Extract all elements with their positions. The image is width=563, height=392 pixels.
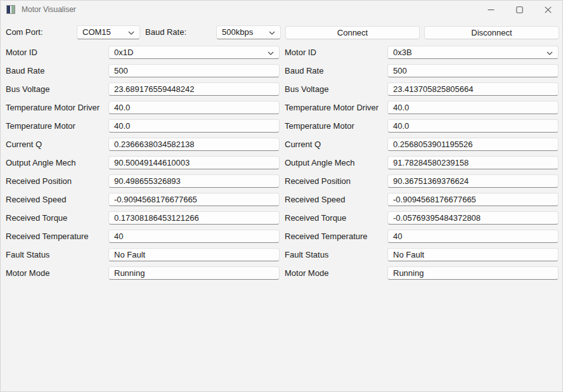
close-button[interactable] [534,1,562,18]
chevron-down-icon [547,51,553,55]
bus-voltage-field-left[interactable]: 23.689176559448242 [108,82,280,96]
maximize-icon [516,6,523,13]
label-received-temperature-left: Received Temperature [6,230,108,243]
baud-rate-select[interactable]: 500kbps [216,25,281,39]
received-position-field-left[interactable]: 90.498655326893 [108,174,280,188]
label-received-speed-right: Received Speed [280,193,387,206]
baud-rate-toolbar-label: Baud Rate: [145,25,186,39]
output-angle-field-left[interactable]: 90.50049144610003 [108,156,280,169]
chevron-down-icon [128,31,134,35]
label-output-angle-left: Output Angle Mech [6,156,108,169]
received-temperature-field-right[interactable]: 40 [387,230,559,243]
label-temp-motor-left: Temperature Motor [6,119,108,133]
label-bus-voltage-right: Bus Voltage [280,82,387,96]
label-fault-status-right: Fault Status [280,248,387,261]
label-received-torque-left: Received Torque [6,211,108,225]
label-current-q-right: Current Q [280,138,387,151]
close-icon [545,6,552,13]
motor-mode-field-left[interactable]: Running [108,266,280,280]
minimize-button[interactable] [477,1,505,18]
fault-status-field-left[interactable]: No Fault [108,248,280,261]
received-temperature-field-left[interactable]: 40 [108,230,280,243]
connect-button[interactable]: Connect [285,26,420,39]
motor-visualiser-window: { "window": { "title": "Motor Visualiser… [0,0,563,392]
chevron-down-icon [269,31,275,35]
window-title: Motor Visualiser [22,5,76,14]
motor-data-grid: Motor ID 0x1D Motor ID 0x3B Baud Rate 50… [1,46,559,280]
label-motor-mode-right: Motor Mode [280,266,387,280]
temp-motor-field-right[interactable]: 40.0 [387,119,559,133]
baud-rate-value: 500kbps [222,27,253,37]
bus-voltage-field-right[interactable]: 23.413705825805664 [387,82,559,96]
received-speed-field-left[interactable]: -0.9094568176677665 [108,193,280,206]
motor-mode-field-right[interactable]: Running [387,266,559,280]
baud-rate-field-left[interactable]: 500 [108,64,280,77]
label-received-position-left: Received Position [6,174,108,188]
label-motor-mode-left: Motor Mode [6,266,108,280]
motor-id-select-left[interactable]: 0x1D [108,46,280,59]
label-temp-motor-right: Temperature Motor [280,119,387,133]
disconnect-button[interactable]: Disconnect [424,26,559,39]
com-port-value: COM15 [82,27,111,37]
label-current-q-left: Current Q [6,138,108,151]
label-baud-rate-left: Baud Rate [6,64,108,77]
label-motor-id-left: Motor ID [6,46,108,59]
maximize-button[interactable] [505,1,534,18]
temp-motor-driver-field-left[interactable]: 40.0 [108,101,280,114]
title-bar: Motor Visualiser [1,1,562,18]
label-motor-id-right: Motor ID [280,46,387,59]
chevron-down-icon [268,51,274,55]
label-received-position-right: Received Position [280,174,387,188]
minimize-icon [488,6,495,13]
received-position-field-right[interactable]: 90.36751369376624 [387,174,559,188]
label-bus-voltage-left: Bus Voltage [6,82,108,96]
temp-motor-driver-field-right[interactable]: 40.0 [387,101,559,114]
label-received-temperature-right: Received Temperature [280,230,387,243]
com-port-select[interactable]: COM15 [77,25,140,39]
label-received-torque-right: Received Torque [280,211,387,225]
label-baud-rate-right: Baud Rate [280,64,387,77]
label-output-angle-right: Output Angle Mech [280,156,387,169]
baud-rate-field-right[interactable]: 500 [387,64,559,77]
received-torque-field-left[interactable]: 0.17308186453121266 [108,211,280,225]
com-port-label: Com Port: [6,25,43,39]
label-fault-status-left: Fault Status [6,248,108,261]
label-temp-motor-driver-right: Temperature Motor Driver [280,101,387,114]
received-torque-field-right[interactable]: -0.05769395484372808 [387,211,559,225]
received-speed-field-right[interactable]: -0.9094568176677665 [387,193,559,206]
fault-status-field-right[interactable]: No Fault [387,248,559,261]
label-temp-motor-driver-left: Temperature Motor Driver [6,101,108,114]
current-q-field-right[interactable]: 0.2568053901195526 [387,138,559,151]
current-q-field-left[interactable]: 0.2366638034582138 [108,138,280,151]
output-angle-field-right[interactable]: 91.78284580239158 [387,156,559,169]
window-controls [477,1,562,18]
temp-motor-field-left[interactable]: 40.0 [108,119,280,133]
motor-id-select-right[interactable]: 0x3B [387,46,559,59]
app-icon [6,5,15,14]
label-received-speed-left: Received Speed [6,193,108,206]
